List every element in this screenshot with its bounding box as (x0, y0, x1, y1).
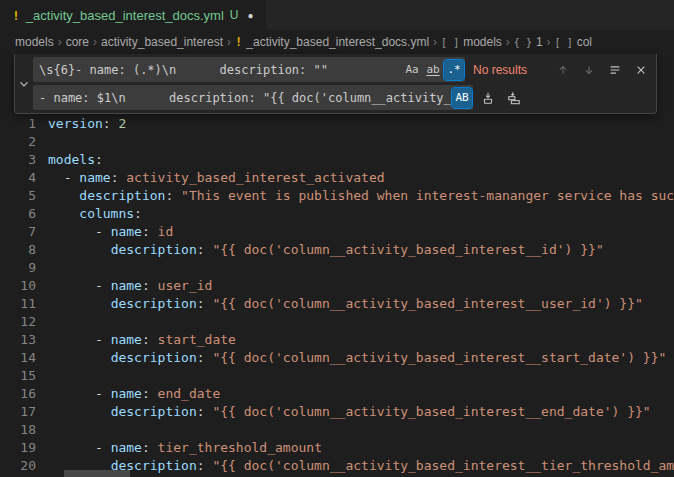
replace-input[interactable]: - name: $1\n description: "{{ doc('colum… (33, 85, 473, 110)
find-row: \s{6}- name: (.*)\n description: "" Aa a… (33, 57, 652, 82)
code-line-8[interactable]: description: "{{ doc('column__activity_b… (48, 241, 674, 259)
gutter: 1234567891011121314151617181920 (0, 115, 46, 475)
modified-indicator-dot[interactable]: ● (248, 10, 254, 21)
code-line-3[interactable]: models: (48, 151, 674, 169)
code-line-9[interactable] (48, 259, 674, 277)
line-number: 3 (0, 151, 36, 169)
line-number: 17 (0, 403, 36, 421)
code-line-17[interactable]: description: "{{ doc('column__activity_b… (48, 403, 674, 421)
line-number: 9 (0, 259, 36, 277)
find-input-value: \s{6}- name: (.*)\n description: "" (39, 63, 402, 77)
replace-all-icon (507, 91, 521, 105)
code-line-15[interactable] (48, 367, 674, 385)
line-number: 11 (0, 295, 36, 313)
line-number: 19 (0, 439, 36, 457)
code-line-14[interactable]: description: "{{ doc('column__activity_b… (48, 349, 674, 367)
replace-input-value: - name: $1\n description: "{{ doc('colum… (39, 91, 452, 105)
breadcrumb-label: col (577, 35, 592, 49)
selection-icon (608, 63, 622, 77)
breadcrumb-item-core[interactable]: core (66, 35, 89, 49)
replace-row: - name: $1\n description: "{{ doc('colum… (33, 85, 652, 110)
breadcrumb-separator: › (547, 35, 551, 49)
breadcrumb-item-_activity_based_interest_docs.yml[interactable]: !_activity_based_interest_docs.yml (235, 35, 429, 49)
code-line-2[interactable] (48, 133, 674, 151)
symbol-object-icon: { } (514, 37, 532, 48)
line-number: 14 (0, 349, 36, 367)
breadcrumb-separator: › (93, 35, 97, 49)
line-number: 1 (0, 115, 36, 133)
editor[interactable]: 1234567891011121314151617181920 version:… (0, 54, 674, 477)
code-line-20[interactable]: description: "{{ doc('column__activity_b… (48, 457, 674, 475)
breadcrumb-item-1[interactable]: { }1 (514, 35, 543, 49)
line-number: 8 (0, 241, 36, 259)
chevron-down-icon (17, 77, 31, 91)
whole-word-toggle[interactable]: ab (423, 60, 443, 80)
horizontal-scrollbar-thumb[interactable] (64, 470, 130, 477)
code-line-10[interactable]: - name: user_id (48, 277, 674, 295)
tab-activity-based-interest-docs[interactable]: ! _activity_based_interest_docs.yml U ● (0, 0, 266, 30)
breadcrumb-label: models (463, 35, 502, 49)
find-widget: \s{6}- name: (.*)\n description: "" Aa a… (14, 54, 657, 114)
breadcrumb-separator: › (58, 35, 62, 49)
breadcrumb-item-models[interactable]: [ ]models (441, 35, 502, 49)
line-number: 16 (0, 385, 36, 403)
arrow-up-icon (556, 63, 570, 77)
line-number: 6 (0, 205, 36, 223)
tab-bar: ! _activity_based_interest_docs.yml U ● (0, 0, 674, 30)
breadcrumb-separator: › (227, 35, 231, 49)
breadcrumb-item-activity_based_interest[interactable]: activity_based_interest (101, 35, 223, 49)
breadcrumb-item-col[interactable]: [ ]col (555, 35, 592, 49)
close-find-widget-button[interactable] (630, 59, 652, 81)
code-line-5[interactable]: description: "This event is published wh… (48, 187, 674, 205)
match-case-toggle[interactable]: Aa (402, 60, 422, 80)
breadcrumb-item-models[interactable]: models (15, 35, 54, 49)
yaml-file-icon: ! (12, 8, 20, 23)
breadcrumb-separator: › (433, 35, 437, 49)
replace-all-button[interactable] (503, 87, 525, 109)
line-number: 12 (0, 313, 36, 331)
breadcrumb: models›core›activity_based_interest›!_ac… (0, 30, 674, 54)
breadcrumb-label: core (66, 35, 89, 49)
symbol-array-icon: [ ] (555, 37, 573, 48)
line-number: 15 (0, 367, 36, 385)
toggle-replace-button[interactable] (15, 57, 33, 110)
code-line-7[interactable]: - name: id (48, 223, 674, 241)
breadcrumb-label: activity_based_interest (101, 35, 223, 49)
line-number: 2 (0, 133, 36, 151)
symbol-array-icon: [ ] (441, 37, 459, 48)
tab-filename: _activity_based_interest_docs.yml (26, 8, 224, 23)
code-line-19[interactable]: - name: tier_threshold_amount (48, 439, 674, 457)
find-input[interactable]: \s{6}- name: (.*)\n description: "" Aa a… (33, 57, 465, 82)
breadcrumb-label: models (15, 35, 54, 49)
line-number: 5 (0, 187, 36, 205)
breadcrumb-label: 1 (536, 35, 543, 49)
preserve-case-toggle[interactable]: AB (452, 88, 472, 108)
line-number: 13 (0, 331, 36, 349)
next-match-button[interactable] (578, 59, 600, 81)
line-number: 20 (0, 457, 36, 475)
code-line-18[interactable] (48, 421, 674, 439)
breadcrumb-label: _activity_based_interest_docs.yml (246, 35, 429, 49)
find-results-label: No results (469, 63, 541, 77)
close-icon (634, 63, 648, 77)
code-line-4[interactable]: - name: activity_based_interest_activate… (48, 169, 674, 187)
code-line-11[interactable]: description: "{{ doc('column__activity_b… (48, 295, 674, 313)
code-line-12[interactable] (48, 313, 674, 331)
previous-match-button[interactable] (552, 59, 574, 81)
arrow-down-icon (582, 63, 596, 77)
line-number: 10 (0, 277, 36, 295)
code-lines[interactable]: version: 2models: - name: activity_based… (48, 115, 674, 475)
replace-button[interactable] (477, 87, 499, 109)
code-line-16[interactable]: - name: end_date (48, 385, 674, 403)
yaml-file-icon: ! (235, 35, 242, 49)
replace-icon (481, 91, 495, 105)
code-line-1[interactable]: version: 2 (48, 115, 674, 133)
code-line-6[interactable]: columns: (48, 205, 674, 223)
code-line-13[interactable]: - name: start_date (48, 331, 674, 349)
git-untracked-badge: U (230, 8, 239, 22)
line-number: 4 (0, 169, 36, 187)
find-in-selection-button[interactable] (604, 59, 626, 81)
breadcrumb-separator: › (506, 35, 510, 49)
regex-toggle[interactable]: .* (444, 60, 464, 80)
line-number: 7 (0, 223, 36, 241)
